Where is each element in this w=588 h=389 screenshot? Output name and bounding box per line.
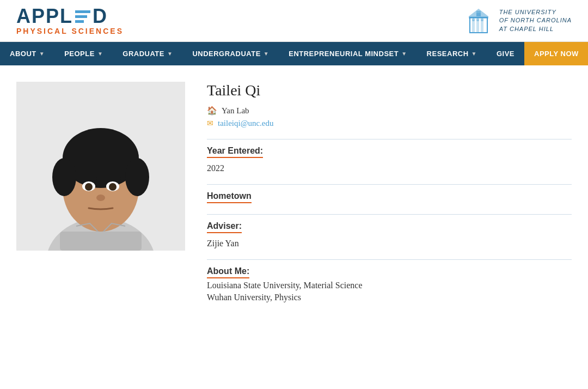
- adviser-label: Adviser:: [207, 221, 242, 233]
- divider-2: [207, 184, 572, 185]
- nav-apply-now[interactable]: APPLY NOW: [524, 42, 588, 65]
- divider-3: [207, 214, 572, 215]
- about-label: About Me:: [207, 266, 249, 278]
- svg-point-9: [476, 18, 479, 21]
- site-header: APPL D PHYSICAL SCIENCES THE UNIVERSITY: [0, 0, 588, 42]
- person-name: Tailei Qi: [207, 82, 572, 99]
- unc-logo[interactable]: THE UNIVERSITY of NORTH CAROLINA at Chap…: [464, 7, 572, 35]
- about-item-1: Louisiana State University, Material Sci…: [207, 281, 572, 290]
- svg-rect-4: [469, 16, 488, 19]
- svg-point-24: [96, 194, 105, 201]
- nav-graduate-arrow: ▼: [167, 51, 173, 57]
- main-content: Tailei Qi 🏠 Yan Lab ✉ taileiqi@unc.edu Y…: [0, 65, 588, 319]
- nav-research-arrow: ▼: [471, 51, 477, 57]
- svg-rect-3: [481, 20, 483, 33]
- site-logo[interactable]: APPL D PHYSICAL SCIENCES: [16, 7, 124, 35]
- svg-rect-7: [476, 11, 481, 13]
- svg-rect-19: [105, 177, 121, 180]
- svg-rect-6: [476, 13, 481, 16]
- svg-rect-18: [81, 177, 97, 180]
- nav-undergraduate-arrow: ▼: [264, 51, 269, 57]
- hometown-label: Hometown: [207, 191, 252, 203]
- email-link[interactable]: taileiqi@unc.edu: [218, 119, 274, 128]
- lab-name: Yan Lab: [222, 106, 249, 116]
- logo-applied-part2: D: [93, 7, 108, 26]
- profile-info: Tailei Qi 🏠 Yan Lab ✉ taileiqi@unc.edu Y…: [207, 82, 572, 302]
- svg-point-17: [125, 158, 149, 196]
- adviser-value: Zijie Yan: [207, 239, 572, 248]
- divider-1: [207, 139, 572, 139]
- svg-point-8: [472, 18, 475, 21]
- unc-building-icon: [464, 7, 493, 35]
- nav-undergraduate[interactable]: UNDERGRADUATE ▼: [182, 42, 279, 65]
- year-entered-label: Year Entered:: [207, 146, 263, 158]
- divider-4: [207, 259, 572, 260]
- nav-people[interactable]: PEOPLE ▼: [54, 42, 113, 65]
- unc-text-line3: at Chapel Hill: [499, 25, 572, 33]
- home-icon: 🏠: [207, 106, 217, 116]
- svg-point-23: [109, 183, 117, 191]
- nav-give[interactable]: GIVE: [487, 42, 524, 65]
- logo-applied-part1: APPL: [16, 7, 73, 26]
- svg-rect-25: [60, 232, 142, 251]
- svg-point-16: [52, 158, 76, 196]
- svg-rect-2: [476, 20, 479, 33]
- nav-research[interactable]: RESEARCH ▼: [417, 42, 487, 65]
- nav-entrepreneurial-arrow: ▼: [401, 51, 407, 57]
- nav-graduate[interactable]: GRADUATE ▼: [113, 42, 182, 65]
- nav-about-arrow: ▼: [39, 51, 45, 57]
- nav-about[interactable]: ABOUT ▼: [0, 42, 54, 65]
- unc-text-line2: of NORTH CAROLINA: [499, 16, 572, 25]
- logo-lines-icon: [75, 10, 90, 23]
- logo-physical-sciences: PHYSICAL SCIENCES: [16, 27, 124, 35]
- unc-text-line1: THE UNIVERSITY: [499, 8, 572, 16]
- profile-photo-area: [16, 82, 185, 302]
- svg-point-10: [481, 18, 483, 21]
- svg-rect-1: [472, 20, 475, 33]
- about-item-2: Wuhan University, Physics: [207, 293, 572, 302]
- lab-line: 🏠 Yan Lab: [207, 106, 572, 116]
- year-entered-value: 2022: [207, 163, 572, 173]
- svg-point-22: [85, 183, 93, 191]
- nav-people-arrow: ▼: [97, 51, 103, 57]
- nav-entrepreneurial[interactable]: ENTREPRENEURIAL MINDSET ▼: [279, 42, 416, 65]
- main-nav: ABOUT ▼ PEOPLE ▼ GRADUATE ▼ UNDERGRADUAT…: [0, 42, 588, 65]
- profile-photo: [16, 82, 185, 251]
- profile-image-svg: [16, 82, 185, 251]
- email-icon: ✉: [207, 119, 213, 128]
- unc-text-block: THE UNIVERSITY of NORTH CAROLINA at Chap…: [499, 8, 572, 33]
- email-line: ✉ taileiqi@unc.edu: [207, 119, 572, 128]
